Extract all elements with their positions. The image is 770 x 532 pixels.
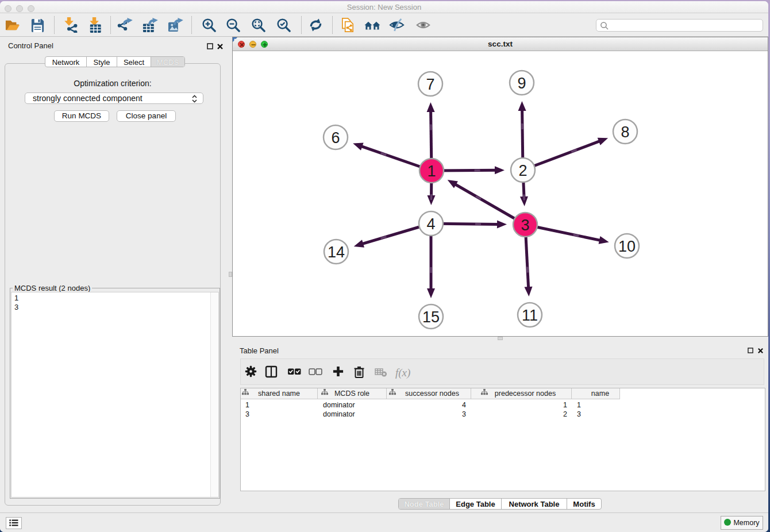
svg-text:7: 7 [426, 76, 434, 93]
svg-text:2: 2 [518, 162, 527, 179]
svg-text:15: 15 [422, 309, 440, 326]
svg-text:8: 8 [621, 124, 629, 141]
svg-text:11: 11 [522, 307, 538, 324]
svg-text:3: 3 [521, 217, 529, 234]
svg-text:14: 14 [328, 244, 345, 261]
svg-text:9: 9 [517, 75, 526, 92]
svg-text:1: 1 [427, 163, 436, 180]
svg-text:10: 10 [618, 238, 636, 255]
svg-text:6: 6 [331, 129, 340, 147]
svg-text:4: 4 [426, 215, 435, 233]
